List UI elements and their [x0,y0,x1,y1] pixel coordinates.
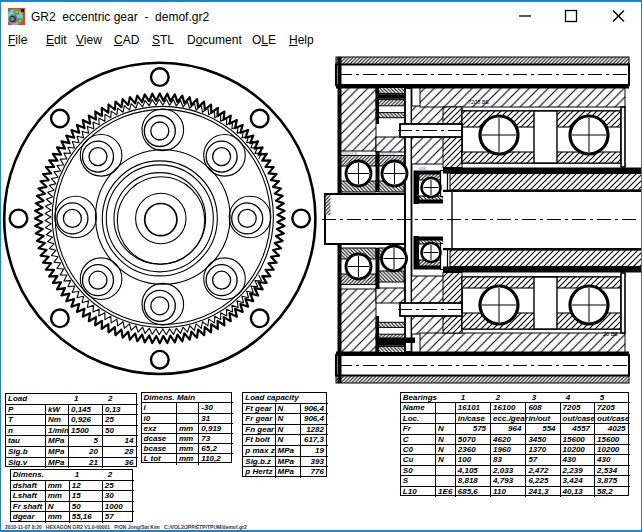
svg-text:7205 BE: 7205 BE [468,99,489,105]
svg-text:608: 608 [419,166,426,171]
svg-text:16100 B: 16100 B [380,151,395,156]
svg-text:20 BE: 20 BE [602,331,618,337]
svg-text:16101 B: 16101 B [342,151,357,156]
